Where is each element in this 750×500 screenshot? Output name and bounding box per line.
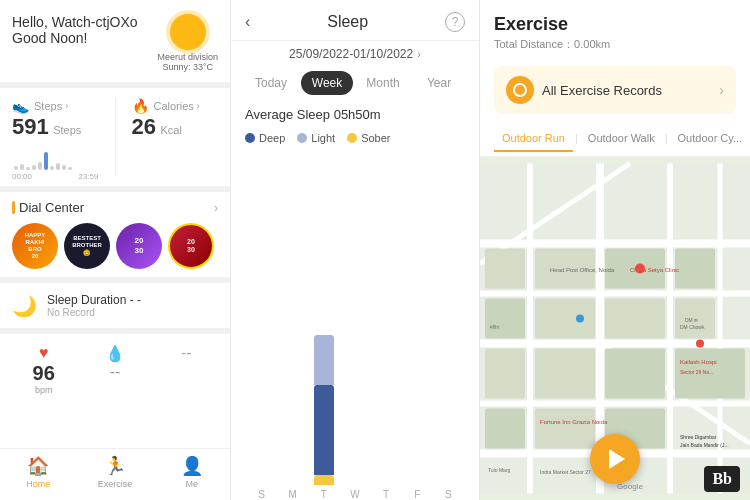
left-panel: Hello, Watch-ctjOXo Good Noon! Meerut di… (0, 0, 230, 500)
hydration-block[interactable]: 💧 -- (83, 344, 146, 438)
dial-chevron: › (214, 201, 218, 215)
svg-text:Indra Market Sector 27: Indra Market Sector 27 (540, 469, 591, 475)
day-label-s2: S (436, 489, 461, 500)
bottom-stats: ♥ 96 bpm 💧 -- -- (0, 334, 230, 448)
calories-chevron: › (197, 101, 200, 111)
tab-outdoor-walk[interactable]: Outdoor Walk (580, 126, 663, 152)
bar-time-end: 23:59 (78, 172, 98, 181)
nav-me[interactable]: 👤 Me (153, 455, 230, 496)
exercise-title: Exercise (494, 14, 736, 35)
steps-calories-section: 👟 Steps › 591 Steps (0, 88, 230, 186)
svg-rect-18 (485, 299, 525, 339)
legend-deep: Deep (245, 132, 285, 144)
bar-6 (44, 152, 48, 170)
legend-sober-label: Sober (361, 132, 390, 144)
calories-row: 26 Kcal (132, 114, 219, 140)
sleep-moon-icon: 🌙 (12, 294, 37, 318)
play-triangle-icon (609, 449, 625, 469)
bar-time-start: 00:00 (12, 172, 32, 181)
hydration-value: -- (110, 363, 121, 381)
home-icon: 🏠 (27, 455, 49, 477)
period-tabs: Today Week Month Year (231, 67, 479, 99)
bar-light-t (314, 335, 334, 385)
tab-outdoor-run[interactable]: Outdoor Run (494, 126, 573, 152)
dial-center-title: Dial Center (12, 200, 84, 215)
calories-value: 26 (132, 114, 156, 139)
bar-2 (20, 164, 24, 170)
svg-text:Jain Bada Mandir (J...: Jain Bada Mandir (J... (680, 442, 729, 448)
bar-5 (38, 162, 42, 170)
all-records-label: All Exercise Records (542, 83, 662, 98)
weather-section: Meerut division Sunny: 33°C (157, 14, 218, 72)
steps-row: 591 Steps (12, 114, 99, 140)
dial-face-4[interactable]: 2030 (168, 223, 214, 269)
bar-8 (56, 163, 60, 170)
tab-today[interactable]: Today (245, 71, 297, 95)
bar-deep-t (314, 385, 334, 475)
svg-text:Shree Digambar: Shree Digambar (680, 434, 717, 440)
exercise-header: Exercise Total Distance：0.00km (480, 0, 750, 58)
sleep-info: Sleep Duration - - No Record (47, 293, 141, 318)
greeting-line2: Good Noon! (12, 30, 138, 46)
all-records-bar[interactable]: All Exercise Records › (494, 66, 736, 114)
help-icon[interactable]: ? (445, 12, 465, 32)
weather-description: Sunny: 33°C (162, 62, 213, 72)
legend-light-label: Light (311, 132, 335, 144)
sleep-chart: S M T W T F S (231, 156, 479, 500)
day-label-s1: S (249, 489, 274, 500)
dial-center-section: Dial Center › HAPPYRAKHIBRO20 BESTESTBRO… (0, 192, 230, 277)
calories-label: 🔥 Calories › (132, 98, 219, 114)
svg-text:Head Post Office, Noida: Head Post Office, Noida (550, 267, 615, 273)
back-arrow-icon[interactable]: ‹ (245, 13, 250, 31)
bar-group-f (405, 325, 430, 485)
extra-icon: -- (181, 344, 192, 362)
svg-rect-15 (605, 299, 665, 339)
play-button[interactable] (590, 434, 640, 484)
svg-rect-23 (485, 349, 525, 399)
nav-exercise-label: Exercise (98, 479, 133, 489)
tab-week[interactable]: Week (301, 71, 353, 95)
me-icon: 👤 (181, 455, 203, 477)
tab-outdoor-cycle[interactable]: Outdoor Cy... (670, 126, 750, 152)
all-records-left: All Exercise Records (506, 76, 662, 104)
bar-group-w (342, 325, 367, 485)
bar-4 (32, 165, 36, 170)
steps-unit: Steps (53, 124, 81, 136)
legend-light: Light (297, 132, 335, 144)
dial-header[interactable]: Dial Center › (12, 200, 218, 215)
calories-block[interactable]: 🔥 Calories › 26 Kcal (132, 98, 219, 176)
steps-chevron: › (65, 101, 68, 111)
steps-icon: 👟 (12, 98, 29, 114)
bar-group-t1 (311, 325, 336, 485)
heart-rate-block[interactable]: ♥ 96 bpm (12, 344, 75, 438)
bar-group-m (280, 325, 305, 485)
tab-month[interactable]: Month (357, 71, 409, 95)
map-container: Head Post Office, Noida Chitra Setya Cli… (480, 157, 750, 500)
date-chevron-icon: › (417, 48, 421, 60)
light-dot (297, 133, 307, 143)
nav-home[interactable]: 🏠 Home (0, 455, 77, 496)
sleep-panel-title: Sleep (327, 13, 368, 31)
date-range-text: 25/09/2022-01/10/2022 (289, 47, 413, 61)
nav-me-label: Me (185, 479, 198, 489)
bar-3 (26, 167, 30, 170)
tab-divider-1: | (573, 126, 580, 152)
dial-face-2[interactable]: BESTESTBROTHER😊 (64, 223, 110, 269)
dial-face-1[interactable]: HAPPYRAKHIBRO20 (12, 223, 58, 269)
sleep-section[interactable]: 🌙 Sleep Duration - - No Record (0, 283, 230, 328)
date-range[interactable]: 25/09/2022-01/10/2022 › (231, 41, 479, 67)
tab-year[interactable]: Year (413, 71, 465, 95)
steps-bar-chart (12, 146, 99, 170)
bar-1 (14, 166, 18, 170)
greeting-section: Hello, Watch-ctjOXo Good Noon! Meerut di… (0, 0, 230, 82)
weather-location: Meerut division (157, 52, 218, 62)
calories-unit: Kcal (160, 124, 181, 136)
dial-face-3[interactable]: 2030 (116, 223, 162, 269)
sleep-panel: ‹ Sleep ? 25/09/2022-01/10/2022 › Today … (230, 0, 480, 500)
steps-block[interactable]: 👟 Steps › 591 Steps (12, 98, 99, 176)
svg-text:Kailash Hospi: Kailash Hospi (680, 359, 717, 365)
steps-bar-area: 00:00 23:59 (12, 146, 99, 176)
bar-10 (68, 167, 72, 170)
nav-exercise[interactable]: 🏃 Exercise (77, 455, 154, 496)
nav-bar: 🏠 Home 🏃 Exercise 👤 Me (0, 448, 230, 500)
